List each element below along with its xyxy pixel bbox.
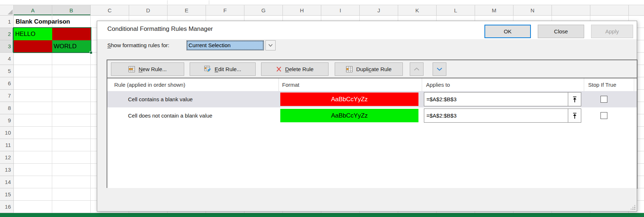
- column-header[interactable]: I: [321, 5, 360, 16]
- column-separator: [278, 78, 279, 91]
- rule-row-not-blank[interactable]: Cell does not contain a blank value AaBb…: [107, 107, 637, 124]
- row-header[interactable]: 2: [0, 28, 14, 40]
- column-header-stop-if-true: Stop If True: [588, 78, 616, 91]
- close-button[interactable]: Close: [538, 25, 584, 38]
- applies-to-input[interactable]: [424, 109, 568, 122]
- status-bar: [0, 213, 644, 217]
- row-header[interactable]: 14: [0, 176, 14, 188]
- table-grid-pencil-icon: [204, 66, 211, 73]
- show-rules-label: Show formatting rules for:: [107, 42, 169, 48]
- edit-rule-button[interactable]: Edit Rule...: [190, 62, 256, 76]
- resize-grip[interactable]: [634, 209, 635, 210]
- collapse-up-arrow-icon: [572, 96, 577, 103]
- formula-bar-separator: [167, 0, 168, 4]
- ok-button[interactable]: OK: [484, 25, 531, 38]
- collapse-dialog-button[interactable]: [568, 109, 581, 122]
- column-header[interactable]: [590, 5, 629, 16]
- red-x-icon: [276, 66, 282, 72]
- row-header[interactable]: 10: [0, 127, 14, 139]
- column-header[interactable]: A: [14, 5, 52, 16]
- stop-if-true-checkbox[interactable]: [600, 96, 607, 103]
- column-header[interactable]: L: [437, 5, 475, 16]
- row-header[interactable]: 3: [0, 40, 14, 53]
- select-all-triangle-icon: [8, 9, 13, 15]
- duplicate-rule-button[interactable]: Duplicate Rule: [335, 62, 403, 76]
- column-header[interactable]: C: [91, 5, 129, 16]
- cell-a2[interactable]: HELLO: [14, 28, 52, 40]
- row-header[interactable]: 15: [0, 188, 14, 201]
- column-separator: [422, 78, 422, 91]
- move-rule-up-button[interactable]: [410, 62, 424, 76]
- row-header[interactable]: 12: [0, 151, 14, 164]
- chevron-down-icon: [268, 44, 273, 47]
- stop-if-true-checkbox[interactable]: [600, 112, 607, 119]
- excel-window: ABCDEFGHIJKLMN 12345678910111213141516 B…: [0, 0, 644, 217]
- row-headers: 12345678910111213141516: [0, 16, 14, 213]
- row-header[interactable]: 11: [0, 139, 14, 151]
- delete-rule-button[interactable]: Delete Rule: [261, 62, 329, 76]
- column-header-format: Format: [282, 78, 300, 91]
- column-header[interactable]: [552, 5, 590, 16]
- format-preview: AaBbCcYyZz: [280, 109, 418, 122]
- column-header-applies-to: Applies to: [426, 78, 450, 91]
- column-header[interactable]: N: [513, 5, 552, 16]
- cell-b2[interactable]: [52, 28, 91, 40]
- chevron-down-icon: [437, 67, 442, 71]
- rule-name: Cell does not contain a blank value: [128, 107, 212, 124]
- column-separator: [634, 78, 634, 91]
- table-grid-icon: [128, 66, 135, 73]
- row-header[interactable]: 16: [0, 201, 14, 213]
- applies-to-field: [424, 92, 581, 106]
- apply-button: Apply: [591, 25, 633, 38]
- cell-b3[interactable]: WORLD: [52, 40, 91, 53]
- dialog-title: Conditional Formatting Rules Manager: [107, 25, 213, 33]
- column-header[interactable]: G: [244, 5, 283, 16]
- format-preview: AaBbCcYyZz: [280, 93, 418, 106]
- column-header[interactable]: F: [206, 5, 244, 16]
- move-rule-down-button[interactable]: [433, 62, 446, 76]
- table-grid-icon: [346, 66, 353, 73]
- collapse-up-arrow-icon: [572, 112, 577, 119]
- show-rules-label-key: S: [107, 42, 111, 48]
- rules-panel: New Rule... Edit Rule...: [107, 60, 637, 189]
- rules-toolbar: New Rule... Edit Rule...: [107, 60, 637, 78]
- row-header[interactable]: 9: [0, 114, 14, 127]
- rule-row-blank[interactable]: Cell contains a blank value AaBbCcYyZz: [107, 91, 637, 107]
- cell-a3[interactable]: [14, 40, 52, 53]
- new-rule-button[interactable]: New Rule...: [111, 62, 184, 76]
- column-separator: [584, 78, 584, 91]
- delete-rule-label: Delete Rule: [285, 66, 313, 72]
- row-header[interactable]: 5: [0, 65, 14, 77]
- row-header[interactable]: 6: [0, 77, 14, 90]
- applies-to-input[interactable]: [424, 93, 568, 106]
- column-header[interactable]: K: [398, 5, 437, 16]
- formula-bar-separator: [209, 0, 209, 4]
- duplicate-rule-label: Duplicate Rule: [356, 66, 392, 72]
- column-header[interactable]: D: [129, 5, 168, 16]
- column-headers: ABCDEFGHIJKLMN: [14, 5, 644, 16]
- dialog-footer: [97, 188, 637, 211]
- row-header[interactable]: 4: [0, 53, 14, 65]
- fill-handle[interactable]: [90, 51, 92, 54]
- show-rules-dropdown-button[interactable]: [265, 40, 276, 50]
- row-header[interactable]: 8: [0, 102, 14, 114]
- show-rules-dropdown[interactable]: Current Selection: [186, 40, 264, 50]
- column-header[interactable]: E: [168, 5, 206, 16]
- select-all-corner[interactable]: [0, 5, 14, 16]
- formula-bar-remnant: [0, 0, 644, 5]
- column-header-rule: Rule (applied in order shown): [114, 78, 185, 91]
- rules-list: Rule (applied in order shown) Format App…: [107, 78, 637, 188]
- row-header[interactable]: 1: [0, 16, 14, 28]
- column-header[interactable]: [629, 5, 644, 16]
- column-header[interactable]: B: [52, 5, 91, 16]
- show-rules-label-post: how formatting rules for:: [111, 42, 169, 48]
- applies-to-field: [424, 108, 581, 123]
- collapse-dialog-button[interactable]: [568, 93, 581, 106]
- conditional-formatting-rules-manager-dialog: Conditional Formatting Rules Manager ? ✕…: [97, 21, 637, 212]
- row-header[interactable]: 7: [0, 90, 14, 102]
- column-header[interactable]: H: [283, 5, 321, 16]
- new-rule-label: New Rule...: [139, 66, 167, 72]
- row-header[interactable]: 13: [0, 164, 14, 176]
- column-header[interactable]: J: [360, 5, 398, 16]
- column-header[interactable]: M: [475, 5, 513, 16]
